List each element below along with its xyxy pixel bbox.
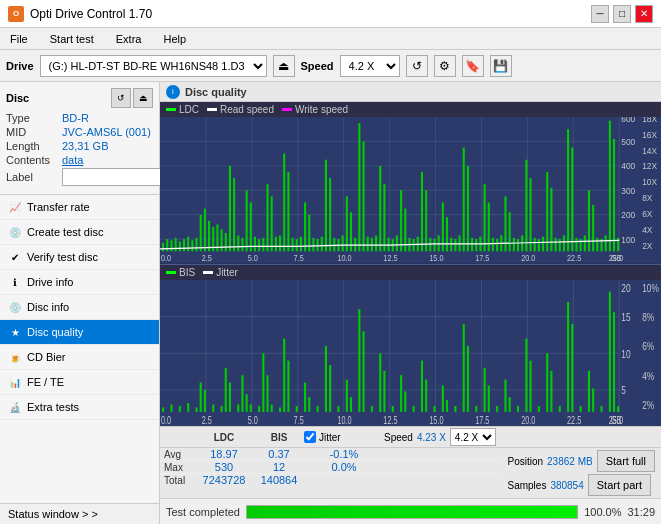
nav-items: 📈 Transfer rate 💿 Create test disc ✔ Ver… <box>0 195 159 503</box>
svg-rect-91 <box>475 239 477 251</box>
svg-rect-229 <box>571 323 573 411</box>
svg-rect-119 <box>592 205 594 251</box>
max-ldc-value: 530 <box>194 461 254 473</box>
svg-rect-96 <box>496 239 498 251</box>
disc-eject-btn[interactable]: ⏏ <box>133 88 153 108</box>
svg-rect-89 <box>467 166 469 251</box>
disc-contents-value[interactable]: data <box>62 154 83 166</box>
svg-text:100: 100 <box>621 234 635 245</box>
svg-rect-169 <box>179 405 181 411</box>
sidebar-item-extra-tests[interactable]: 🔬 Extra tests <box>0 395 159 420</box>
sidebar-item-fe-te[interactable]: 📊 FE / TE <box>0 370 159 395</box>
svg-rect-93 <box>484 184 486 251</box>
minimize-button[interactable]: ─ <box>591 5 609 23</box>
drive-info-icon: ℹ <box>8 275 22 289</box>
svg-rect-50 <box>304 202 306 251</box>
start-part-button[interactable]: Start part <box>588 474 651 496</box>
read-speed-color-swatch <box>207 108 217 111</box>
disc-refresh-btn[interactable]: ↺ <box>111 88 131 108</box>
jitter-color-swatch <box>203 271 213 274</box>
save-button[interactable]: 💾 <box>490 55 512 77</box>
menu-help[interactable]: Help <box>157 31 192 47</box>
jitter-col-header: Jitter <box>319 432 341 443</box>
sidebar-item-drive-info[interactable]: ℹ Drive info <box>0 270 159 295</box>
svg-rect-213 <box>463 323 465 411</box>
max-bis-value: 12 <box>254 461 304 473</box>
disc-mid-row: MID JVC-AMS6L (001) <box>6 126 153 138</box>
svg-text:14X: 14X <box>642 145 657 156</box>
svg-rect-40 <box>262 238 264 251</box>
drive-select[interactable]: (G:) HL-DT-ST BD-RE WH16NS48 1.D3 <box>40 55 267 77</box>
avg-jitter-value: -0.1% <box>304 448 384 460</box>
ldc-chart-area: 600 500 400 300 200 100 18X 16X 14X 12X … <box>160 117 661 264</box>
svg-rect-37 <box>250 202 252 251</box>
avg-label: Avg <box>164 449 194 460</box>
maximize-button[interactable]: □ <box>613 5 631 23</box>
drive-label: Drive <box>6 60 34 72</box>
status-window-button[interactable]: Status window > > <box>0 503 159 524</box>
svg-rect-220 <box>509 397 511 412</box>
disc-quality-icon: ★ <box>8 325 22 339</box>
sidebar-item-cd-bier[interactable]: 🍺 CD Bier <box>0 345 159 370</box>
svg-rect-221 <box>517 405 519 411</box>
sidebar: Disc ↺ ⏏ Type BD-R MID JVC-AMS6L (001) L… <box>0 82 160 524</box>
menu-file[interactable]: File <box>4 31 34 47</box>
svg-text:15.0: 15.0 <box>429 254 444 264</box>
svg-text:10: 10 <box>621 347 631 360</box>
eject-button[interactable]: ⏏ <box>273 55 295 77</box>
svg-rect-78 <box>421 172 423 251</box>
svg-rect-73 <box>400 190 402 251</box>
refresh-button[interactable]: ↺ <box>406 55 428 77</box>
svg-text:18X: 18X <box>642 117 657 124</box>
svg-rect-223 <box>529 360 531 411</box>
svg-rect-18 <box>170 240 172 251</box>
svg-rect-107 <box>542 237 544 252</box>
bookmark-button[interactable]: 🔖 <box>462 55 484 77</box>
svg-rect-21 <box>183 239 185 251</box>
bis-legend: BIS Jitter <box>160 265 661 280</box>
svg-rect-17 <box>166 239 168 251</box>
svg-rect-16 <box>162 243 164 252</box>
jitter-legend-item: Jitter <box>203 267 238 278</box>
speed-select[interactable]: 4.2 X <box>340 55 400 77</box>
svg-rect-123 <box>609 121 611 252</box>
svg-rect-46 <box>287 172 289 251</box>
svg-rect-190 <box>304 382 306 411</box>
speed-label: Speed <box>301 60 334 72</box>
app-icon: O <box>8 6 24 22</box>
svg-rect-38 <box>254 237 256 252</box>
svg-rect-76 <box>413 239 415 251</box>
bis-legend-label: BIS <box>179 267 195 278</box>
speed-row: Speed 4.23 X 4.2 X <box>384 428 496 446</box>
sidebar-item-disc-info[interactable]: 💿 Disc info <box>0 295 159 320</box>
settings-button[interactable]: ⚙ <box>434 55 456 77</box>
svg-rect-170 <box>187 403 189 412</box>
svg-rect-114 <box>571 148 573 252</box>
svg-rect-23 <box>191 240 193 251</box>
disc-length-value: 23,31 GB <box>62 140 108 152</box>
create-test-disc-icon: 💿 <box>8 225 22 239</box>
jitter-checkbox[interactable] <box>304 431 316 443</box>
write-speed-legend-item: Write speed <box>282 104 348 115</box>
svg-rect-197 <box>350 397 352 412</box>
svg-rect-104 <box>529 178 531 251</box>
svg-rect-31 <box>225 233 227 251</box>
svg-rect-59 <box>342 235 344 251</box>
sidebar-item-disc-quality[interactable]: ★ Disc quality <box>0 320 159 345</box>
svg-rect-79 <box>425 190 427 251</box>
speed-stat-select[interactable]: 4.2 X <box>450 428 496 446</box>
svg-rect-20 <box>179 242 181 252</box>
sidebar-item-transfer-rate[interactable]: 📈 Transfer rate <box>0 195 159 220</box>
start-full-button[interactable]: Start full <box>597 450 655 472</box>
svg-rect-179 <box>241 375 243 412</box>
menu-start-test[interactable]: Start test <box>44 31 100 47</box>
sidebar-item-create-test-disc[interactable]: 💿 Create test disc <box>0 220 159 245</box>
samples-row: Samples 380854 Start part <box>507 474 655 496</box>
close-button[interactable]: ✕ <box>635 5 653 23</box>
samples-label: Samples <box>507 480 546 491</box>
svg-rect-32 <box>229 166 231 251</box>
svg-rect-230 <box>580 405 582 411</box>
progress-percent: 100.0% <box>584 506 621 518</box>
sidebar-item-verify-test-disc[interactable]: ✔ Verify test disc <box>0 245 159 270</box>
menu-extra[interactable]: Extra <box>110 31 148 47</box>
